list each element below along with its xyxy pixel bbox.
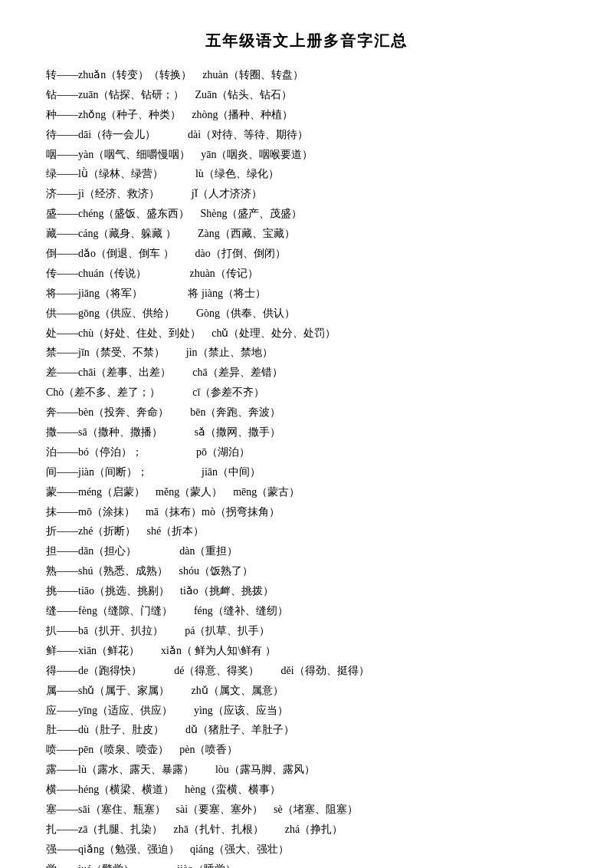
content-area: 转——zhuǎn（转变）（转换） zhuàn（转圈、转盘）钻——zuān（钻探、…: [46, 65, 567, 868]
content-line: 扎——zā（扎腿、扎染） zhā（扎针、扎根） zhá（挣扎）: [46, 820, 567, 840]
content-line: 属——shǔ（属于、家属） zhǔ（属文、属意）: [46, 681, 567, 701]
content-line: 间——jiàn（间断）； jiān（中间）: [46, 462, 567, 482]
content-line: 供——gōng（供应、供给） Gòng（供奉、供认）: [46, 304, 567, 324]
content-line: 待——dāi（待一会儿） dài（对待、等待、期待）: [46, 125, 567, 145]
content-line: 奔——bèn（投奔、奔命） bēn（奔跑、奔波）: [46, 403, 567, 422]
content-line: 钻——zuān（钻探、钻研；） Zuān（钻头、钻石）: [46, 85, 567, 105]
content-line: 处——chù（好处、住处、到处） chǔ（处理、处分、处罚）: [46, 324, 567, 344]
content-line: 担——dān（担心） dàn（重担）: [46, 541, 567, 561]
content-line: 传——chuán（传说） zhuàn（传记）: [46, 264, 567, 284]
content-line: 盛——chéng（盛饭、盛东西） Shèng（盛产、茂盛）: [46, 204, 567, 224]
content-line: 济——jì（经济、救济） jǐ（人才济济）: [46, 184, 567, 204]
page-title: 五年级语文上册多音字汇总: [46, 31, 567, 51]
content-line: 觉——jué（警觉） jiào（睡觉）: [46, 860, 567, 868]
content-line: 应——yīng（适应、供应） yìng（应该、应当）: [46, 701, 567, 721]
content-line: 蒙——méng（启蒙） měng（蒙人） mēng（蒙古）: [46, 482, 567, 502]
content-line: 倒——dǎo（倒退、倒车 ） dào（打倒、倒闭）: [46, 244, 567, 264]
content-line: 肚——dù（肚子、肚皮） dǔ（猪肚子、羊肚子）: [46, 720, 567, 740]
content-line: 横——héng（横梁、横道） hèng（蛮横、横事）: [46, 780, 567, 800]
content-line: 折——zhé（折断） shé（折本）: [46, 521, 567, 541]
content-line: 差——chāi（差事、出差） chā（差异、差错）: [46, 363, 567, 383]
content-line: 缝——fèng（缝隙、门缝） féng（缝补、缝纫）: [46, 601, 567, 621]
content-line: 喷——pēn（喷泉、喷壶） pèn（喷香）: [46, 740, 567, 760]
content-line: 露——lù（露水、露天、暴露） lòu（露马脚、露风）: [46, 760, 567, 780]
content-line: 挑——tiāo（挑选、挑剔） tiǎo（挑衅、挑拨）: [46, 581, 567, 601]
content-line: 藏——cáng（藏身、躲藏 ） Zàng（西藏、宝藏）: [46, 224, 567, 244]
content-line: 禁——jīn（禁受、不禁） jìn（禁止、禁地）: [46, 343, 567, 363]
content-line: 抹——mō（涂抹） mā（抹布）mò（拐弯抹角）: [46, 502, 567, 522]
content-line: 鲜——xiān（鲜花） xiǎn（ 鲜为人知\鲜有 ）: [46, 641, 567, 661]
content-line: 强——qiǎng（勉强、强迫） qiáng（强大、强壮）: [46, 840, 567, 860]
content-line: 塞——sāi（塞住、瓶塞） sài（要塞、塞外） sè（堵塞、阻塞）: [46, 800, 567, 820]
content-line: 泊——bó（停泊）； pō（湖泊）: [46, 442, 567, 462]
content-line: Chò（差不多、差了；） cī（参差不齐）: [46, 383, 567, 403]
content-line: 得——de（跑得快） dé（得意、得奖） děi（得劲、挺得）: [46, 661, 567, 681]
content-line: 将——jiāng（将军） 将 jiàng（将士）: [46, 284, 567, 304]
content-line: 绿——lǜ（绿林、绿营） lù（绿色、绿化）: [46, 164, 567, 184]
content-line: 熟——shú（熟悉、成熟） shóu（饭熟了）: [46, 561, 567, 581]
content-line: 咽——yàn（咽气、细嚼慢咽） yān（咽炎、咽喉要道）: [46, 145, 567, 165]
content-line: 撒——sā（撒种、撒播） sǎ（撒网、撒手）: [46, 422, 567, 442]
content-line: 扒——bā（扒开、扒拉） pá（扒草、扒手）: [46, 621, 567, 641]
content-line: 种——zhǒng（种子、种类） zhòng（播种、种植）: [46, 105, 567, 125]
content-line: 转——zhuǎn（转变）（转换） zhuàn（转圈、转盘）: [46, 65, 567, 85]
